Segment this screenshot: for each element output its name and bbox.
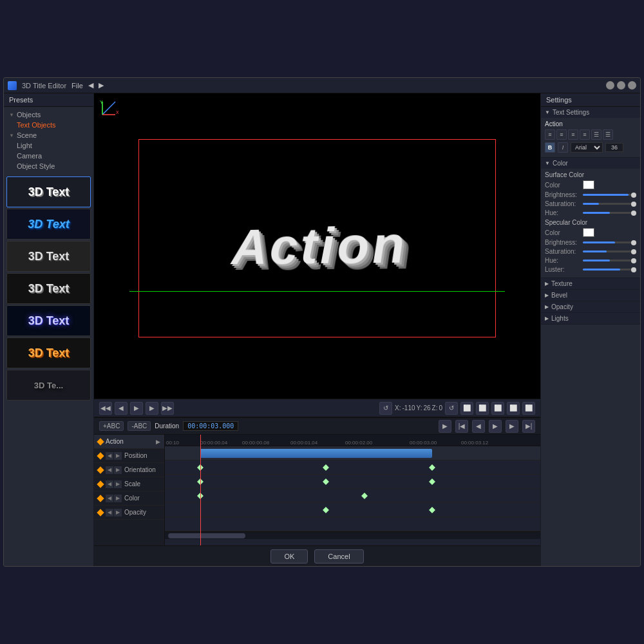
fmt-align-4[interactable]: ≡ (580, 129, 590, 140)
scale-label: Scale (124, 480, 140, 488)
preset-item-1[interactable]: 3D Text (6, 209, 91, 240)
maximize-button[interactable]: □ (617, 81, 625, 90)
ori-nav-prev[interactable]: ◀ (106, 466, 113, 474)
ori-kf-3[interactable] (429, 478, 435, 485)
bold-button[interactable]: B (545, 142, 555, 153)
tl-goto-end[interactable]: ▶| (522, 420, 535, 433)
fmt-list-1[interactable]: ☰ (591, 129, 601, 140)
track-expand[interactable]: ▶ (156, 439, 160, 445)
viewport[interactable]: X Y Action (94, 93, 540, 399)
tree-objects[interactable]: ▼ Objects (4, 109, 93, 120)
tl-goto-start[interactable]: |◀ (455, 420, 468, 433)
spec-hue-slider[interactable] (583, 260, 636, 261)
pos-kf-2[interactable] (323, 464, 329, 471)
color-kf-1[interactable] (323, 507, 329, 513)
next-frame-button[interactable]: ▶ (146, 402, 158, 415)
fmt-align-1[interactable]: ≡ (545, 129, 555, 140)
preset-item-6[interactable]: 3D Te... (6, 370, 91, 401)
lights-header[interactable]: ▶ Lights (541, 313, 640, 324)
spec-brightness-slider[interactable] (583, 242, 636, 243)
nav-back[interactable]: ◀ (88, 81, 93, 90)
loop-button[interactable]: ↺ (379, 402, 392, 415)
brightness-slider[interactable] (583, 194, 636, 196)
tree-text-objects[interactable]: Text Objects (4, 120, 93, 130)
ori-kf-2[interactable] (323, 478, 329, 485)
bevel-header[interactable]: ▶ Bevel (541, 290, 640, 301)
tree-scene[interactable]: ▼ Scene (4, 130, 93, 140)
close-button[interactable]: × (628, 81, 636, 90)
scale-nav-prev[interactable]: ◀ (106, 480, 113, 488)
camera-btn-2[interactable]: ⬜ (476, 402, 489, 415)
app-logo (8, 81, 17, 90)
luster-slider[interactable] (583, 269, 636, 270)
font-select[interactable]: Arial Impact (571, 142, 603, 153)
opacity-section-header[interactable]: ▶ Opacity (541, 301, 640, 312)
spec-saturation-slider[interactable] (583, 251, 636, 252)
opacity-nav-next[interactable]: ▶ (114, 509, 122, 516)
ruler-t5: 00:00:03.00 (410, 440, 437, 446)
opacity-nav-prev[interactable]: ◀ (106, 509, 113, 516)
preset-item-0[interactable]: 3D Text (6, 176, 91, 207)
hue-slider[interactable] (583, 212, 636, 214)
playhead[interactable] (200, 435, 201, 545)
camera-btn-1[interactable]: ⬜ (460, 402, 473, 415)
tl-prev-key[interactable]: ◀ (472, 420, 485, 433)
track-content[interactable]: 00:10 00:00:00.04 00:00:00.08 00:00:01.0… (165, 435, 540, 545)
preset-item-5[interactable]: 3D Text (6, 337, 91, 368)
color-nav-next[interactable]: ▶ (114, 495, 122, 502)
ori-nav-next[interactable]: ▶ (114, 466, 122, 474)
surface-color-swatch[interactable] (583, 180, 594, 189)
tree-object-style[interactable]: Object Style (4, 161, 93, 171)
preset-item-2[interactable]: 3D Text (6, 241, 91, 272)
color-kf-2[interactable] (429, 507, 435, 513)
scale-track-row (165, 489, 540, 503)
fmt-list-2[interactable]: ☰ (603, 129, 613, 140)
tl-play-button[interactable]: ▶ (439, 420, 451, 433)
camera-btn-4[interactable]: ⬜ (507, 402, 520, 415)
saturation-slider[interactable] (583, 203, 636, 205)
color-section-header[interactable]: ▼ Color (541, 158, 640, 169)
minimize-button[interactable]: − (606, 81, 614, 90)
play-back-button[interactable]: ◀◀ (99, 402, 112, 415)
pos-nav-prev[interactable]: ◀ (106, 452, 113, 460)
ok-button[interactable]: OK (270, 549, 308, 564)
prev-frame-button[interactable]: ◀ (115, 402, 128, 415)
app-window: 3D Title Editor File ◀ ▶ − □ × Presets ▼… (3, 77, 641, 567)
tl-next-key[interactable]: ▶ (506, 420, 518, 433)
remove-text-button[interactable]: -ABC (128, 421, 151, 431)
timeline-scrollbar[interactable] (165, 531, 540, 539)
preset-label-4: 3D Text (28, 314, 70, 328)
text-value-field: Action (545, 120, 636, 128)
camera-btn-5[interactable]: ⬜ (522, 402, 535, 415)
cancel-button[interactable]: Cancel (314, 549, 363, 564)
texture-header[interactable]: ▶ Texture (541, 278, 640, 289)
text-settings-header[interactable]: ▼ Text Settings (541, 107, 640, 118)
play-button[interactable]: ▶ (130, 402, 143, 415)
duration-value[interactable]: 00:00:03.000 (183, 421, 238, 431)
camera-btn-3[interactable]: ⬜ (491, 402, 504, 415)
font-size-input[interactable] (605, 143, 623, 152)
tree-light[interactable]: Light (4, 140, 93, 151)
file-menu[interactable]: File (71, 82, 83, 90)
color-nav-prev[interactable]: ◀ (106, 495, 113, 502)
tree-camera[interactable]: Camera (4, 151, 93, 161)
pos-kf-3[interactable] (429, 464, 435, 471)
play-forward-button[interactable]: ▶▶ (161, 402, 174, 415)
scale-nav-next[interactable]: ▶ (114, 480, 122, 488)
bevel-arrow: ▶ (545, 292, 549, 298)
fmt-align-3[interactable]: ≡ (568, 129, 578, 140)
add-text-button[interactable]: +ABC (99, 421, 124, 431)
reset-button[interactable]: ↺ (445, 402, 458, 415)
italic-button[interactable]: I (558, 142, 568, 153)
lights-section: ▶ Lights (541, 313, 640, 325)
scale-kf-2[interactable] (361, 493, 368, 499)
timeline-tracks: Action ▶ ◀ ▶ Position (94, 435, 540, 545)
tl-play-btn2[interactable]: ▶ (489, 420, 502, 433)
scrollbar-thumb[interactable] (168, 533, 245, 538)
pos-nav-next[interactable]: ▶ (114, 452, 122, 460)
preset-item-4[interactable]: 3D Text (6, 305, 91, 336)
preset-item-3[interactable]: 3D Text (6, 273, 91, 304)
fmt-align-2[interactable]: ≡ (556, 129, 567, 140)
specular-color-swatch[interactable] (583, 228, 594, 237)
nav-forward[interactable]: ▶ (99, 81, 104, 90)
